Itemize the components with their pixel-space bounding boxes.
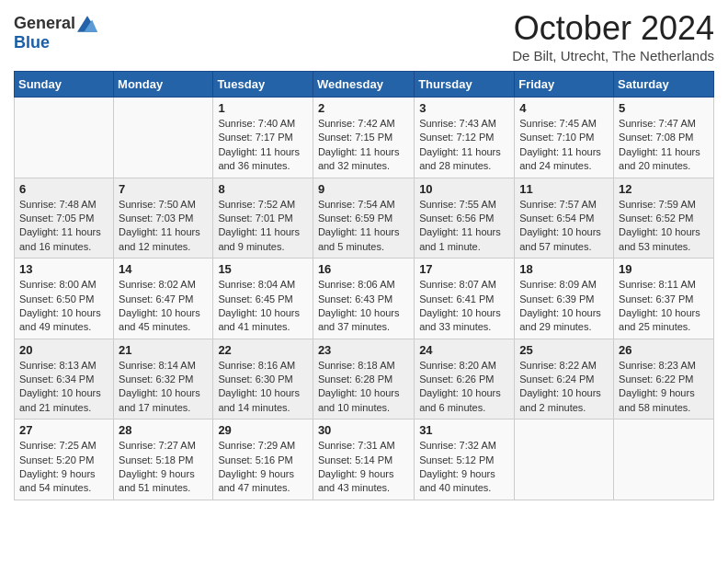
day-info: Sunrise: 7:25 AMSunset: 5:20 PMDaylight:… [19,439,108,496]
day-number: 12 [619,182,709,196]
day-info: Sunrise: 8:23 AMSunset: 6:22 PMDaylight:… [619,359,709,416]
day-number: 7 [119,182,208,196]
day-number: 23 [318,343,409,357]
day-number: 17 [419,262,509,276]
day-number: 28 [119,423,208,437]
day-cell: 16Sunrise: 8:06 AMSunset: 6:43 PMDayligh… [313,259,414,339]
weekday-header-friday: Friday [515,72,614,98]
month-title: October 2024 [512,9,714,48]
day-cell [114,98,213,178]
day-number: 14 [119,262,208,276]
weekday-header-sunday: Sunday [15,72,114,98]
logo-general: General [14,14,75,33]
day-number: 27 [19,423,108,437]
week-row-4: 20Sunrise: 8:13 AMSunset: 6:34 PMDayligh… [15,339,714,419]
week-row-5: 27Sunrise: 7:25 AMSunset: 5:20 PMDayligh… [15,419,714,500]
day-number: 13 [19,262,108,276]
day-info: Sunrise: 7:59 AMSunset: 6:52 PMDaylight:… [619,198,709,255]
day-info: Sunrise: 8:06 AMSunset: 6:43 PMDaylight:… [318,278,409,335]
logo-blue: Blue [14,33,50,52]
day-cell: 13Sunrise: 8:00 AMSunset: 6:50 PMDayligh… [15,259,114,339]
day-cell: 31Sunrise: 7:32 AMSunset: 5:12 PMDayligh… [415,419,515,500]
day-number: 4 [519,101,609,115]
day-info: Sunrise: 8:04 AMSunset: 6:45 PMDaylight:… [218,278,308,335]
day-info: Sunrise: 7:54 AMSunset: 6:59 PMDaylight:… [318,198,409,255]
day-info: Sunrise: 8:14 AMSunset: 6:32 PMDaylight:… [119,359,208,416]
day-info: Sunrise: 8:09 AMSunset: 6:39 PMDaylight:… [519,278,609,335]
calendar-table: SundayMondayTuesdayWednesdayThursdayFrid… [14,71,714,500]
day-info: Sunrise: 7:47 AMSunset: 7:08 PMDaylight:… [619,117,709,174]
weekday-header-thursday: Thursday [415,72,515,98]
day-number: 10 [419,182,509,196]
day-number: 1 [218,101,308,115]
day-number: 8 [218,182,308,196]
day-info: Sunrise: 8:07 AMSunset: 6:41 PMDaylight:… [419,278,509,335]
day-cell: 29Sunrise: 7:29 AMSunset: 5:16 PMDayligh… [213,419,313,500]
day-number: 25 [519,343,609,357]
day-info: Sunrise: 7:31 AMSunset: 5:14 PMDaylight:… [318,439,409,496]
day-cell: 24Sunrise: 8:20 AMSunset: 6:26 PMDayligh… [415,339,515,419]
day-number: 3 [419,101,509,115]
day-info: Sunrise: 7:43 AMSunset: 7:12 PMDaylight:… [419,117,509,174]
day-cell: 20Sunrise: 8:13 AMSunset: 6:34 PMDayligh… [15,339,114,419]
day-info: Sunrise: 8:02 AMSunset: 6:47 PMDaylight:… [119,278,208,335]
day-cell: 9Sunrise: 7:54 AMSunset: 6:59 PMDaylight… [313,178,414,259]
day-info: Sunrise: 7:55 AMSunset: 6:56 PMDaylight:… [419,198,509,255]
header: General Blue October 2024 De Bilt, Utrec… [14,9,714,63]
day-info: Sunrise: 8:16 AMSunset: 6:30 PMDaylight:… [218,359,308,416]
day-cell: 7Sunrise: 7:50 AMSunset: 7:03 PMDaylight… [114,178,213,259]
day-cell: 2Sunrise: 7:42 AMSunset: 7:15 PMDaylight… [313,98,414,178]
day-number: 2 [318,101,409,115]
day-info: Sunrise: 8:11 AMSunset: 6:37 PMDaylight:… [619,278,709,335]
day-number: 18 [519,262,609,276]
day-number: 24 [419,343,509,357]
day-number: 31 [419,423,509,437]
day-info: Sunrise: 7:40 AMSunset: 7:17 PMDaylight:… [218,117,308,174]
day-cell: 28Sunrise: 7:27 AMSunset: 5:18 PMDayligh… [114,419,213,500]
day-info: Sunrise: 7:45 AMSunset: 7:10 PMDaylight:… [519,117,609,174]
day-cell: 12Sunrise: 7:59 AMSunset: 6:52 PMDayligh… [614,178,714,259]
day-info: Sunrise: 8:13 AMSunset: 6:34 PMDaylight:… [19,359,108,416]
location-title: De Bilt, Utrecht, The Netherlands [512,48,714,63]
day-info: Sunrise: 7:42 AMSunset: 7:15 PMDaylight:… [318,117,409,174]
day-number: 26 [619,343,709,357]
day-cell: 25Sunrise: 8:22 AMSunset: 6:24 PMDayligh… [515,339,614,419]
week-row-1: 1Sunrise: 7:40 AMSunset: 7:17 PMDaylight… [15,98,714,178]
day-number: 5 [619,101,709,115]
day-number: 19 [619,262,709,276]
day-info: Sunrise: 7:50 AMSunset: 7:03 PMDaylight:… [119,198,208,255]
day-cell: 6Sunrise: 7:48 AMSunset: 7:05 PMDaylight… [15,178,114,259]
day-cell [515,419,614,500]
day-cell: 18Sunrise: 8:09 AMSunset: 6:39 PMDayligh… [515,259,614,339]
day-number: 21 [119,343,208,357]
day-cell: 1Sunrise: 7:40 AMSunset: 7:17 PMDaylight… [213,98,313,178]
day-cell: 17Sunrise: 8:07 AMSunset: 6:41 PMDayligh… [415,259,515,339]
weekday-header-wednesday: Wednesday [313,72,414,98]
day-cell: 27Sunrise: 7:25 AMSunset: 5:20 PMDayligh… [15,419,114,500]
day-cell: 23Sunrise: 8:18 AMSunset: 6:28 PMDayligh… [313,339,414,419]
day-info: Sunrise: 8:22 AMSunset: 6:24 PMDaylight:… [519,359,609,416]
day-info: Sunrise: 7:27 AMSunset: 5:18 PMDaylight:… [119,439,208,496]
day-cell [15,98,114,178]
day-cell [614,419,714,500]
day-number: 16 [318,262,409,276]
day-info: Sunrise: 7:29 AMSunset: 5:16 PMDaylight:… [218,439,308,496]
day-cell: 4Sunrise: 7:45 AMSunset: 7:10 PMDaylight… [515,98,614,178]
day-cell: 22Sunrise: 8:16 AMSunset: 6:30 PMDayligh… [213,339,313,419]
logo: General Blue [14,14,97,52]
day-cell: 3Sunrise: 7:43 AMSunset: 7:12 PMDaylight… [415,98,515,178]
day-number: 30 [318,423,409,437]
weekday-header-tuesday: Tuesday [213,72,313,98]
day-cell: 14Sunrise: 8:02 AMSunset: 6:47 PMDayligh… [114,259,213,339]
day-cell: 21Sunrise: 8:14 AMSunset: 6:32 PMDayligh… [114,339,213,419]
day-number: 9 [318,182,409,196]
day-info: Sunrise: 7:57 AMSunset: 6:54 PMDaylight:… [519,198,609,255]
weekday-header-row: SundayMondayTuesdayWednesdayThursdayFrid… [15,72,714,98]
day-info: Sunrise: 7:32 AMSunset: 5:12 PMDaylight:… [419,439,509,496]
day-info: Sunrise: 7:48 AMSunset: 7:05 PMDaylight:… [19,198,108,255]
day-number: 6 [19,182,108,196]
day-info: Sunrise: 7:52 AMSunset: 7:01 PMDaylight:… [218,198,308,255]
day-cell: 5Sunrise: 7:47 AMSunset: 7:08 PMDaylight… [614,98,714,178]
title-area: October 2024 De Bilt, Utrecht, The Nethe… [512,9,714,63]
day-cell: 26Sunrise: 8:23 AMSunset: 6:22 PMDayligh… [614,339,714,419]
